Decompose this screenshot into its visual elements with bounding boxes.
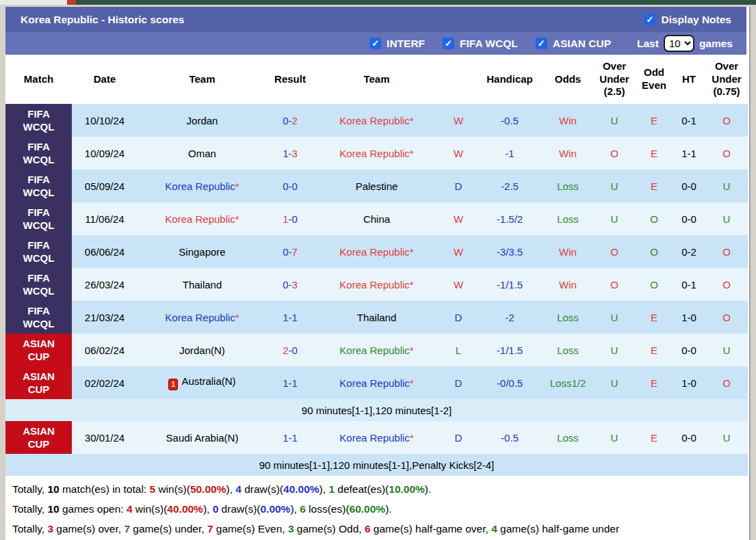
away-team-cell: Korea Republic* bbox=[313, 104, 440, 137]
handicap-cell: -2 bbox=[477, 301, 543, 334]
col-header-team: Team bbox=[313, 55, 440, 104]
display-notes-checkbox[interactable]: ✓ bbox=[644, 14, 655, 25]
competition-badge: ASIANCUP bbox=[5, 366, 72, 399]
odds-result-cell: Loss bbox=[543, 334, 593, 366]
match-row: FIFAWCQL05/09/24Korea Republic*0-0Palest… bbox=[5, 170, 748, 202]
filter-group-fifa-wcql: ✓ FIFA WCQL bbox=[443, 38, 518, 50]
over-under-075-cell: U bbox=[705, 334, 748, 366]
over-under-075-cell: O bbox=[705, 301, 748, 334]
summary-section: Totally, 10 match(es) in total: 5 win(s)… bbox=[5, 476, 746, 540]
match-date: 06/06/24 bbox=[72, 235, 138, 268]
summary-segment: 10 bbox=[47, 483, 59, 496]
summary-segment: 6 bbox=[300, 503, 306, 515]
summary-segment: 60.00% bbox=[350, 503, 386, 515]
team-name: Australia(N) bbox=[181, 375, 235, 387]
away-team-cell: Palestine bbox=[313, 170, 440, 202]
focus-team-star: * bbox=[235, 180, 239, 192]
away-score: 3 bbox=[292, 279, 298, 291]
handicap-cell: -0/0.5 bbox=[477, 366, 543, 399]
away-team-cell: Korea Republic* bbox=[313, 137, 440, 170]
over-under-25-cell: U bbox=[593, 202, 636, 235]
summary-segment: 7 bbox=[207, 523, 213, 535]
summary-segment: win(s)( bbox=[133, 503, 168, 515]
col-header-over-under-0-75: Over Under (0.75) bbox=[705, 55, 748, 104]
competition-badge: FIFAWCQL bbox=[5, 137, 72, 170]
team-name: Thailand bbox=[183, 279, 222, 291]
competition-badge-line: WCQL bbox=[7, 186, 70, 200]
interf-checkbox[interactable]: ✓ bbox=[369, 38, 381, 49]
result-score-cell: 1-1 bbox=[267, 421, 313, 454]
competition-badge-line: FIFA bbox=[7, 304, 70, 318]
odd-even-cell: E bbox=[636, 421, 673, 454]
home-score: 1 bbox=[283, 312, 288, 323]
focus-team-star: * bbox=[410, 115, 414, 126]
odds-result-cell: Win bbox=[543, 137, 593, 170]
away-score: 0 bbox=[292, 180, 298, 192]
summary-segment: 5 bbox=[149, 483, 155, 496]
competition-badge-line: CUP bbox=[7, 350, 70, 364]
match-date: 06/02/24 bbox=[72, 334, 138, 366]
team-name: Korea Republic bbox=[339, 148, 410, 159]
title-bar: Korea Republic - Historic scores ✓ Displ… bbox=[5, 7, 746, 32]
col-header-handicap: Handicap bbox=[477, 55, 543, 104]
odds-result-cell: Loss bbox=[543, 301, 593, 334]
summary-segment: game(s) half-game under bbox=[497, 523, 619, 535]
odd-even-cell: E bbox=[636, 137, 673, 170]
team-name: Jordan bbox=[187, 115, 218, 126]
ht-score-cell: 0-0 bbox=[673, 421, 705, 454]
home-score: 1 bbox=[283, 213, 288, 225]
ht-score-cell: 1-0 bbox=[673, 301, 705, 334]
home-team-cell: Oman bbox=[138, 137, 267, 170]
match-note-row: 90 minutes[1-1],120 minutes[1-2] bbox=[5, 399, 748, 421]
home-team-cell: Jordan(N) bbox=[138, 334, 267, 366]
summary-segment: 3 bbox=[288, 523, 294, 535]
over-under-075-cell: U bbox=[705, 202, 748, 235]
match-row: ASIANCUP06/02/24Jordan(N)2-0Korea Republ… bbox=[5, 334, 748, 366]
match-note-row: 90 minutes[1-1],120 minutes[1-1],Penalty… bbox=[5, 454, 748, 476]
summary-segment: Totally, bbox=[12, 483, 47, 496]
odd-even-cell: E bbox=[636, 170, 673, 202]
over-under-25-cell: U bbox=[593, 334, 636, 366]
result-letter-cell: D bbox=[440, 421, 477, 454]
over-under-075-cell: O bbox=[705, 268, 748, 301]
team-name: Korea Republic bbox=[165, 213, 235, 225]
fifa-wcql-checkbox[interactable]: ✓ bbox=[443, 38, 454, 49]
ht-score-cell: 0-1 bbox=[673, 104, 705, 137]
summary-segment: ), bbox=[320, 483, 329, 496]
result-score-cell: 1-1 bbox=[267, 366, 313, 399]
col-header-over-under-2-5: Over Under (2.5) bbox=[593, 55, 636, 104]
home-team-cell: 1Australia(N) bbox=[138, 366, 267, 399]
last-games-select[interactable]: 10 bbox=[664, 35, 694, 52]
result-letter-cell: W bbox=[440, 268, 477, 301]
summary-segment: 4 bbox=[235, 483, 242, 496]
odd-even-cell: O bbox=[636, 202, 673, 235]
result-letter-cell: W bbox=[440, 104, 477, 137]
asian-cup-checkbox[interactable]: ✓ bbox=[536, 38, 547, 49]
result-score-cell: 1-3 bbox=[267, 137, 313, 170]
col-header-date: Date bbox=[72, 55, 138, 104]
over-under-25-cell: O bbox=[593, 137, 636, 170]
games-label: games bbox=[699, 38, 733, 50]
result-score-cell: 0-7 bbox=[267, 235, 313, 268]
team-name: Korea Republic bbox=[339, 115, 410, 126]
competition-badge-line: FIFA bbox=[7, 239, 70, 252]
asian-cup-label: ASIAN CUP bbox=[553, 38, 611, 50]
home-score: 0 bbox=[283, 115, 288, 126]
over-under-25-cell: U bbox=[593, 104, 636, 137]
home-team-cell: Singapore bbox=[138, 235, 267, 268]
historic-scores-widget: Korea Republic - Historic scores ✓ Displ… bbox=[5, 7, 751, 540]
away-score: 1 bbox=[292, 312, 298, 323]
match-row: FIFAWCQL10/10/24Jordan0-2Korea Republic*… bbox=[5, 104, 748, 137]
ht-score-cell: 1-0 bbox=[673, 366, 705, 399]
summary-segment: 4 bbox=[127, 503, 133, 515]
competition-badge-line: FIFA bbox=[7, 107, 70, 121]
odds-result-cell: Win bbox=[543, 104, 593, 137]
handicap-cell: -1/1.5 bbox=[477, 334, 543, 366]
filter-group-interf: ✓ INTERF bbox=[369, 38, 425, 50]
team-name: Korea Republic bbox=[339, 246, 410, 258]
summary-segment: game(s) half-game over, bbox=[371, 523, 492, 535]
competition-badge: FIFAWCQL bbox=[5, 301, 72, 334]
competition-badge: FIFAWCQL bbox=[5, 268, 72, 301]
home-team-cell: Jordan bbox=[138, 104, 267, 137]
over-under-25-cell: U bbox=[593, 301, 636, 334]
